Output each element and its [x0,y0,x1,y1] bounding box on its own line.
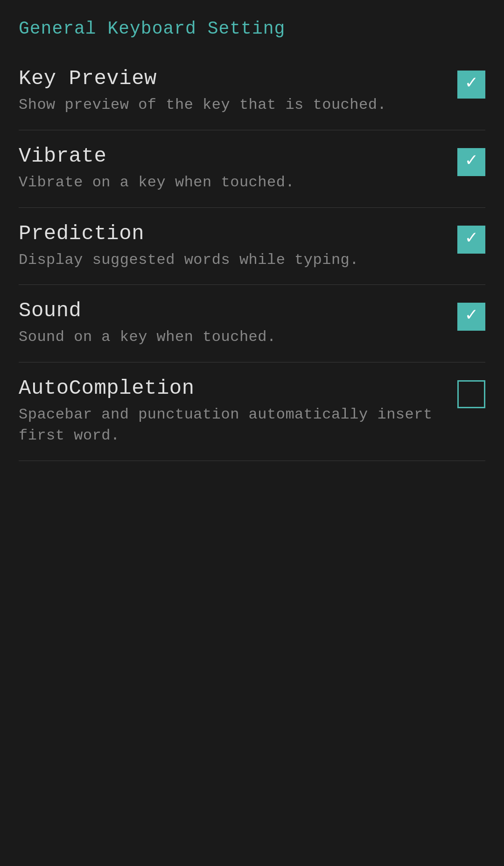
checkmark-icon-vibrate: ✓ [466,152,477,170]
setting-text-sound: SoundSound on a key when touched. [19,299,457,348]
checkbox-auto-completion[interactable] [457,380,485,408]
checkmark-icon-sound: ✓ [466,306,477,325]
setting-description-sound: Sound on a key when touched. [19,327,439,348]
setting-item-auto-completion[interactable]: AutoCompletionSpacebar and punctuation a… [19,362,485,461]
setting-item-sound[interactable]: SoundSound on a key when touched.✓ [19,285,485,362]
setting-text-key-preview: Key PreviewShow preview of the key that … [19,67,457,116]
setting-title-vibrate: Vibrate [19,144,439,168]
setting-item-vibrate[interactable]: VibrateVibrate on a key when touched.✓ [19,130,485,208]
section-title: General Keyboard Setting [19,19,485,39]
checkbox-container-vibrate: ✓ [457,144,485,176]
setting-item-prediction[interactable]: PredictionDisplay suggested words while … [19,208,485,285]
settings-list: Key PreviewShow preview of the key that … [19,53,485,461]
checkmark-icon-key-preview: ✓ [466,74,477,93]
setting-title-auto-completion: AutoCompletion [19,376,439,400]
setting-title-sound: Sound [19,299,439,322]
checkmark-icon-prediction: ✓ [466,229,477,248]
setting-description-vibrate: Vibrate on a key when touched. [19,172,439,193]
page-container: General Keyboard Setting Key PreviewShow… [0,0,504,866]
checkbox-container-auto-completion [457,376,485,408]
setting-description-key-preview: Show preview of the key that is touched. [19,95,439,116]
setting-description-prediction: Display suggested words while typing. [19,250,439,271]
checkbox-container-prediction: ✓ [457,222,485,254]
setting-title-key-preview: Key Preview [19,67,439,90]
checkbox-sound[interactable]: ✓ [457,303,485,331]
setting-title-prediction: Prediction [19,222,439,245]
setting-item-key-preview[interactable]: Key PreviewShow preview of the key that … [19,53,485,130]
setting-text-auto-completion: AutoCompletionSpacebar and punctuation a… [19,376,457,447]
checkbox-vibrate[interactable]: ✓ [457,148,485,176]
checkbox-key-preview[interactable]: ✓ [457,71,485,99]
setting-text-prediction: PredictionDisplay suggested words while … [19,222,457,271]
setting-description-auto-completion: Spacebar and punctuation automatically i… [19,405,439,447]
checkbox-container-sound: ✓ [457,299,485,331]
checkbox-container-key-preview: ✓ [457,67,485,99]
setting-text-vibrate: VibrateVibrate on a key when touched. [19,144,457,193]
checkbox-prediction[interactable]: ✓ [457,226,485,254]
